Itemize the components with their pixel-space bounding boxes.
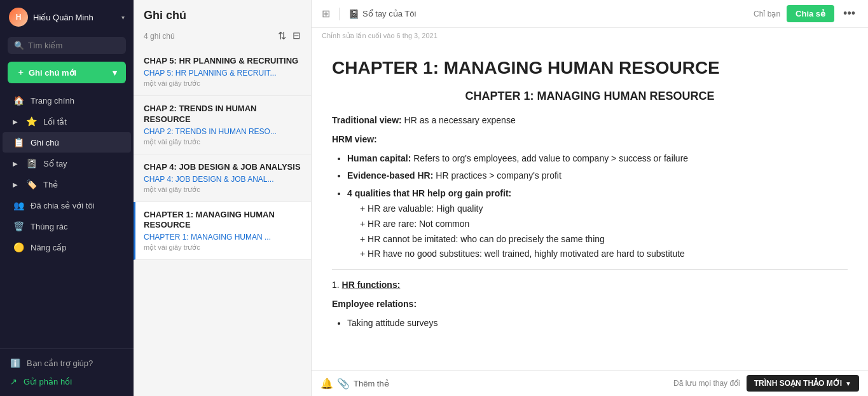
bullet2-rest: HR practices > company's profit — [433, 170, 561, 181]
sidebar-item-label: Lối tắt — [43, 117, 67, 126]
notes-list-meta: 4 ghi chú ⇅ ⊟ — [134, 27, 311, 48]
note-preview: CHAP 2: TRENDS IN HUMAN RESO... — [144, 127, 301, 136]
note-preview: CHAP 5: HR PLANNING & RECRUIT... — [144, 69, 301, 78]
visibility-label: Chỉ bạn — [754, 10, 780, 18]
feedback-icon: ↗ — [10, 377, 17, 386]
bullet2-bold: Evidence-based HR: — [347, 170, 433, 181]
employee-relations-bold: Employee relations: — [332, 299, 417, 309]
sidebar-nav: 🏠 Trang chính ▶ ⭐ Lối tắt 📋 Ghi chú ▶ 📓 … — [0, 90, 134, 348]
note-item-chap5[interactable]: CHAP 5: HR PLANNING & RECRUITING CHAP 5:… — [134, 48, 311, 96]
indent-line3: + HR cannot be imitated: who can do prec… — [360, 232, 848, 247]
bottombar-right: Đã lưu mọi thay đổi TRÌNH SOẠN THẢO MỚI … — [673, 375, 859, 392]
sidebar-item-label: Trang chính — [31, 96, 74, 106]
section-divider — [332, 270, 848, 270]
notebook-selector[interactable]: 📓 Sổ tay của Tôi — [348, 9, 416, 19]
notebook-name: Sổ tay của Tôi — [362, 9, 416, 18]
note-title: CHAP 2: TRENDS IN HUMAN RESOURCE — [144, 104, 301, 125]
indent-line2: + HR are rare: Not common — [360, 217, 848, 232]
new-draft-button[interactable]: TRÌNH SOẠN THẢO MỚI ▼ — [747, 375, 859, 392]
search-icon: 🔍 — [14, 41, 24, 50]
notes-count: 4 ghi chú — [144, 32, 175, 41]
shared-icon: 👥 — [13, 200, 24, 210]
hr-functions-label: HR functions: — [342, 280, 401, 290]
filter-icon[interactable]: ⊟ — [293, 30, 301, 42]
editor-content[interactable]: CHAPTER 1: MANAGING HUMAN RESOURCE CHAPT… — [312, 43, 868, 370]
indent-line1: + HR are valuable: High quality — [360, 201, 848, 217]
sidebar-item-label: Sổ tay — [43, 159, 67, 168]
bullet-human-capital: Human capital: Refers to org's employees… — [347, 151, 848, 167]
sidebar-item-label: Thẻ — [43, 180, 58, 189]
bullet-4qualities: 4 qualities that HR help org gain profit… — [347, 186, 848, 262]
new-draft-label: TRÌNH SOẠN THẢO MỚI — [754, 379, 842, 388]
sidebar-item-upgrade[interactable]: 🟡 Nâng cấp — [3, 237, 131, 257]
sidebar-item-trash[interactable]: 🗑️ Thùng rác — [3, 216, 131, 236]
traditional-view-line: Traditional view: HR as a necessary expe… — [332, 113, 848, 128]
note-preview: CHAPTER 1: MANAGING HUMAN ... — [144, 233, 301, 242]
chevron-down-icon: ▾ — [113, 68, 117, 78]
arrow-icon: ▶ — [13, 160, 18, 167]
saved-label: Đã lưu mọi thay đổi — [673, 379, 740, 388]
bullet1-bold: Human capital: — [347, 153, 411, 163]
new-note-label: Ghi chú mới — [29, 68, 76, 78]
trash-icon: 🗑️ — [13, 221, 24, 231]
new-note-button[interactable]: ＋ Ghi chú mới ▾ — [8, 62, 126, 83]
editor-topbar: ⊞ 📓 Sổ tay của Tôi Chỉ bạn Chia sẻ ••• — [312, 0, 868, 28]
sidebar-item-home[interactable]: 🏠 Trang chính — [3, 90, 131, 111]
hrm-view-line: HRM view: — [332, 132, 848, 147]
doc-section-title: CHAPTER 1: MANAGING HUMAN RESOURCE — [332, 90, 848, 103]
divider — [339, 8, 340, 20]
sidebar-item-label: Thùng rác — [31, 222, 68, 231]
note-item-chap1[interactable]: CHAPTER 1: MANAGING HUMAN RESOURCE CHAPT… — [134, 202, 311, 261]
traditional-view-rest: HR as a necessary expense — [402, 115, 516, 125]
note-title: CHAP 4: JOB DESIGN & JOB ANALYSIS — [144, 162, 301, 173]
add-tag-button[interactable]: Thêm thẻ — [354, 379, 389, 388]
dropdown-arrow-icon: ▼ — [845, 380, 851, 387]
sidebar-item-label: Đã chia sẻ với tôi — [31, 201, 95, 210]
search-placeholder: Tìm kiếm — [28, 41, 62, 50]
attachment-icon[interactable]: 📎 — [337, 378, 350, 390]
help-label: Bạn cần trợ giúp? — [27, 358, 93, 368]
sidebar-item-label: Ghi chú — [31, 138, 59, 147]
sidebar-item-shortcuts[interactable]: ▶ ⭐ Lối tắt — [3, 111, 131, 132]
arrow-icon: ▶ — [13, 118, 18, 125]
note-item-chap4[interactable]: CHAP 4: JOB DESIGN & JOB ANALYSIS CHAP 4… — [134, 154, 311, 202]
sidebar-item-help[interactable]: ℹ️ Bạn cần trợ giúp? — [0, 354, 134, 372]
search-box[interactable]: 🔍 Tìm kiếm — [8, 37, 126, 54]
sidebar-item-tags[interactable]: ▶ 🏷️ Thẻ — [3, 174, 131, 195]
note-time: một vài giây trước — [144, 79, 301, 88]
user-name: Hiếu Quân Minh — [33, 13, 116, 22]
editor-bottombar: 🔔 📎 Thêm thẻ Đã lưu mọi thay đổi TRÌNH S… — [312, 370, 868, 396]
feedback-label: Gửi phản hồi — [24, 377, 72, 386]
note-time: một vài giây trước — [144, 186, 301, 194]
note-item-chap2[interactable]: CHAP 2: TRENDS IN HUMAN RESOURCE CHAP 2:… — [134, 96, 311, 154]
avatar: H — [9, 8, 28, 27]
star-icon: ⭐ — [25, 116, 37, 126]
notes-icon: 📋 — [13, 137, 24, 147]
bullet1-rest: Refers to org's employees, add value to … — [411, 153, 688, 163]
user-profile[interactable]: H Hiếu Quân Minh ▾ — [0, 0, 134, 34]
bullet-surveys: Taking attitude surveys — [347, 316, 848, 331]
employee-relations-line: Employee relations: — [332, 297, 848, 312]
more-options-icon[interactable]: ••• — [841, 7, 858, 20]
section1-line: 1. HR functions: — [332, 278, 848, 293]
notebook-icon: 📓 — [25, 158, 37, 168]
hrm-view-bold: HRM view: — [332, 134, 377, 144]
sort-icon[interactable]: ⇅ — [278, 30, 286, 42]
expand-icon[interactable]: ⊞ — [322, 8, 330, 20]
home-icon: 🏠 — [13, 95, 24, 106]
note-editor: ⊞ 📓 Sổ tay của Tôi Chỉ bạn Chia sẻ ••• C… — [312, 0, 868, 396]
indent-block: + HR are valuable: High quality + HR are… — [347, 201, 848, 262]
notebook-icon: 📓 — [348, 9, 359, 19]
sidebar-item-notebook[interactable]: ▶ 📓 Sổ tay — [3, 153, 131, 174]
sidebar-item-feedback[interactable]: ↗ Gửi phản hồi — [0, 372, 134, 391]
editor-last-edited: Chỉnh sửa lần cuối vào 6 thg 3, 2021 — [312, 28, 868, 43]
note-time: một vài giây trước — [144, 243, 301, 252]
bell-icon[interactable]: 🔔 — [320, 378, 333, 390]
note-time: một vài giây trước — [144, 138, 301, 146]
bullet-evidence-based: Evidence-based HR: HR practices > compan… — [347, 168, 848, 184]
sidebar-item-notes[interactable]: 📋 Ghi chú — [3, 132, 131, 153]
share-button[interactable]: Chia sẻ — [787, 5, 834, 22]
sidebar-item-shared[interactable]: 👥 Đã chia sẻ với tôi — [3, 195, 131, 215]
info-icon: ℹ️ — [10, 358, 20, 368]
sidebar-bottom: ℹ️ Bạn cần trợ giúp? ↗ Gửi phản hồi — [0, 348, 134, 396]
